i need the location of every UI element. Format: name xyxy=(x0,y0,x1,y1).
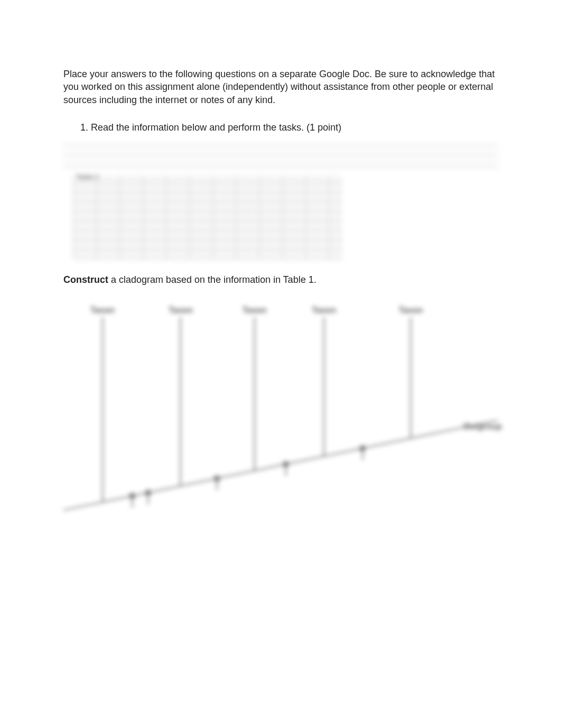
blurred-character-table: Table 1 xyxy=(73,175,342,260)
construct-bold: Construct xyxy=(63,274,108,285)
document-page: Place your answers to the following ques… xyxy=(0,0,561,545)
table-caption: Table 1 xyxy=(76,173,99,181)
intro-paragraph: Place your answers to the following ques… xyxy=(63,68,498,106)
cladogram-taxon-4: Taxon xyxy=(312,306,336,315)
cladogram-taxon-3: Taxon xyxy=(242,306,267,315)
question-1: 1. Read the information below and perfor… xyxy=(63,121,498,134)
blurred-context-text xyxy=(63,143,498,169)
cladogram-taxon-5: Taxon xyxy=(399,306,423,315)
construct-instruction: Construct a cladogram based on the infor… xyxy=(63,274,498,285)
cladogram-taxon-1: Taxon xyxy=(90,306,115,315)
cladogram-taxon-2: Taxon xyxy=(169,306,193,315)
svg-line-0 xyxy=(63,420,498,510)
construct-rest: a cladogram based on the information in … xyxy=(108,274,316,285)
cladogram-area: Taxon Taxon Taxon Taxon Taxon Outgroup xyxy=(63,301,498,523)
cladogram-svg xyxy=(63,317,498,518)
